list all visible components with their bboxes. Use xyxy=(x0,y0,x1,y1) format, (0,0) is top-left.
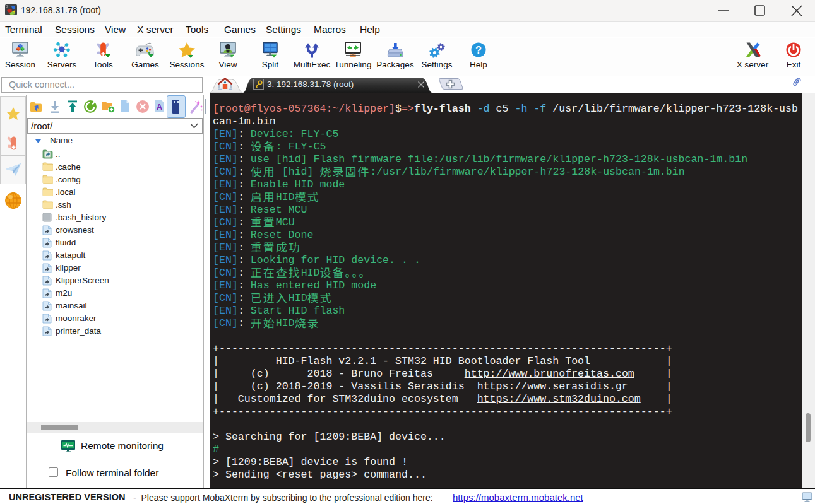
svg-text:A: A xyxy=(157,102,163,112)
svg-text:?: ? xyxy=(475,44,482,56)
